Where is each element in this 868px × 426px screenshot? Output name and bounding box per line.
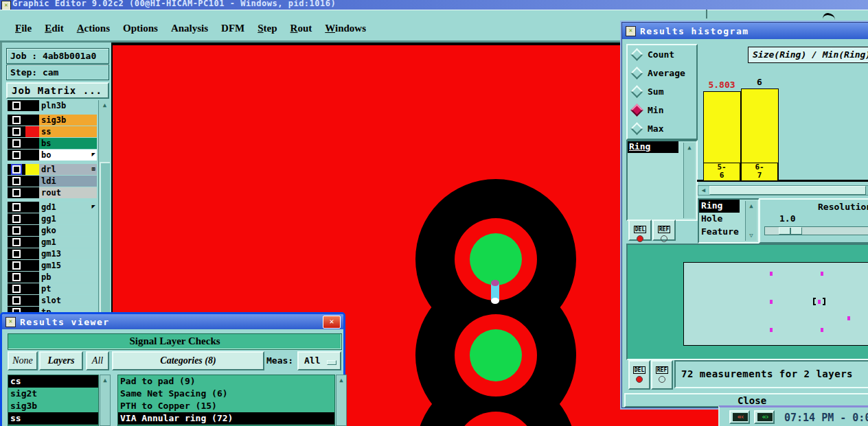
slider-thumb[interactable] xyxy=(779,227,802,235)
scroll-up-icon[interactable]: ▲ xyxy=(684,143,695,153)
layer-checkbox[interactable] xyxy=(12,215,21,223)
layer-row[interactable]: gd1◤ xyxy=(8,202,97,213)
layers-button[interactable]: Layers xyxy=(39,351,83,370)
viewer-category-scrollbar[interactable]: ▲ xyxy=(336,375,347,426)
layer-row[interactable]: rout xyxy=(8,187,97,198)
layer-checkbox[interactable] xyxy=(12,226,21,235)
stat-radio-option[interactable]: Min xyxy=(628,101,696,119)
viewer-layer-scrollbar[interactable]: ▲ xyxy=(100,375,111,426)
menu-item[interactable]: Actions xyxy=(77,23,110,34)
layer-list-scrollbar[interactable]: ▲ xyxy=(98,100,111,313)
measure-list-scrollbar[interactable]: ▲ xyxy=(683,143,695,218)
viewer-layer-item[interactable]: sig3b xyxy=(8,400,98,412)
menu-item[interactable]: DFM xyxy=(221,23,244,34)
viewer-layer-item[interactable]: sig2t xyxy=(8,388,98,400)
viewer-category-item[interactable]: PTH to Copper (15) xyxy=(118,400,334,412)
layer-checkbox[interactable] xyxy=(12,296,21,305)
layer-checkbox[interactable] xyxy=(12,102,21,110)
menu-item[interactable]: Options xyxy=(123,23,158,34)
layer-checkbox[interactable] xyxy=(12,139,21,147)
layer-row[interactable]: sig3b xyxy=(8,115,97,126)
main-window-title: Graphic Editor 9.02c2 (00@HI-HICAM-PC101… xyxy=(12,0,336,8)
radio-diamond-icon[interactable] xyxy=(630,67,643,79)
layer-checkbox[interactable] xyxy=(12,285,21,293)
resolution-slider[interactable] xyxy=(764,226,868,235)
layer-row[interactable]: bo◤ xyxy=(8,150,97,161)
measure-group-item[interactable]: Ring xyxy=(628,141,678,153)
feature-type-item[interactable]: Ring xyxy=(699,200,740,213)
measurement-map-panel xyxy=(626,244,868,360)
layer-checkbox[interactable] xyxy=(12,165,21,174)
viewer-category-item[interactable]: Pad to pad (9) xyxy=(118,375,334,388)
scroll-up-icon[interactable]: ▲ xyxy=(336,375,346,386)
layer-row[interactable]: bs xyxy=(8,138,97,149)
categories-header-button[interactable]: Categories (8) xyxy=(112,351,264,370)
layer-row[interactable]: gm1 xyxy=(8,237,97,248)
layer-row[interactable]: gko xyxy=(8,225,97,236)
all-button[interactable]: All xyxy=(86,351,109,370)
radio-diamond-icon[interactable] xyxy=(630,85,643,97)
radio-diamond-icon[interactable] xyxy=(630,48,643,60)
menu-item[interactable]: Rout xyxy=(290,23,312,34)
layer-checkbox[interactable] xyxy=(12,116,21,124)
cursor-bracket-icon xyxy=(813,298,816,305)
viewer-titlebar[interactable]: ✕ Results viewer xyxy=(2,314,343,329)
scroll-up-icon[interactable]: ▲ xyxy=(746,201,757,211)
viewer-layer-item[interactable]: ss xyxy=(8,412,98,425)
none-button[interactable]: None xyxy=(8,351,38,370)
histogram-titlebar[interactable]: ✕ Results histogram xyxy=(622,23,868,39)
stat-radio-option[interactable]: Count xyxy=(628,45,696,64)
layer-row[interactable]: drl⊞ xyxy=(8,164,97,175)
layer-checkbox[interactable] xyxy=(12,261,21,270)
layer-row[interactable]: ss xyxy=(8,126,97,137)
layer-checkbox[interactable] xyxy=(12,238,21,246)
layer-row[interactable]: pln3b xyxy=(8,100,97,111)
menu-item[interactable]: Step xyxy=(258,23,277,34)
feature-list-scrollbar[interactable]: ▲ ▽ xyxy=(745,201,757,241)
layer-checkbox[interactable] xyxy=(12,203,21,211)
layer-color-swatch xyxy=(25,202,39,213)
ref-button-small[interactable]: REF xyxy=(652,220,676,241)
chart-horizontal-scrollbar[interactable]: ◀ xyxy=(698,185,868,196)
job-matrix-button[interactable]: Job Matrix ... xyxy=(6,82,109,99)
menu-item[interactable]: File xyxy=(15,23,32,34)
layer-checkbox[interactable] xyxy=(12,151,21,159)
layer-row[interactable]: pt xyxy=(8,283,97,294)
layer-row[interactable]: gm13 xyxy=(8,248,97,259)
radio-diamond-icon[interactable] xyxy=(630,122,643,134)
layer-checkbox[interactable] xyxy=(12,250,21,258)
scrollbar-thumb[interactable] xyxy=(100,162,110,312)
menu-item[interactable]: Analysis xyxy=(171,23,208,34)
layer-row[interactable]: gg1 xyxy=(8,213,97,224)
del-button[interactable]: DEL xyxy=(628,360,650,390)
scroll-up-icon[interactable]: ▲ xyxy=(99,100,111,110)
stat-radio-option[interactable]: Average xyxy=(628,64,696,82)
taskbar-red-arrows-button[interactable]: «‹ xyxy=(729,410,750,424)
layer-row[interactable]: slot xyxy=(8,295,97,306)
scrollbar-thumb[interactable] xyxy=(709,186,866,195)
scroll-down-icon[interactable]: ▽ xyxy=(746,230,757,241)
scroll-up-icon[interactable]: ▲ xyxy=(100,375,110,386)
viewer-category-item[interactable]: Same Net Spacing (6) xyxy=(118,388,334,400)
viewer-layer-item[interactable]: cs xyxy=(8,375,98,388)
menu-item[interactable]: Windows xyxy=(325,23,366,34)
measurement-map[interactable] xyxy=(683,262,868,346)
ref-button[interactable]: REF xyxy=(651,360,673,390)
scroll-left-icon[interactable]: ◀ xyxy=(698,186,709,195)
layer-row[interactable]: gm15 xyxy=(8,260,97,271)
close-window-icon[interactable]: ✕ xyxy=(323,316,341,329)
layer-row[interactable]: ldi xyxy=(8,176,97,187)
layer-checkbox[interactable] xyxy=(12,177,21,185)
menu-item[interactable]: Edit xyxy=(45,23,64,34)
stat-radio-option[interactable]: Sum xyxy=(628,82,696,101)
layer-checkbox[interactable] xyxy=(12,273,21,281)
viewer-category-item[interactable]: VIA Annular ring (72) xyxy=(118,412,334,425)
stat-radio-option[interactable]: Max xyxy=(628,119,696,138)
taskbar-green-arrows-button[interactable]: «› xyxy=(754,410,775,424)
radio-diamond-icon[interactable] xyxy=(630,104,643,116)
del-button-small[interactable]: DEL xyxy=(628,220,652,241)
layer-checkbox[interactable] xyxy=(12,128,21,136)
layer-checkbox[interactable] xyxy=(12,189,21,197)
meas-dropdown[interactable]: All xyxy=(297,351,341,370)
layer-row[interactable]: pb xyxy=(8,272,97,283)
